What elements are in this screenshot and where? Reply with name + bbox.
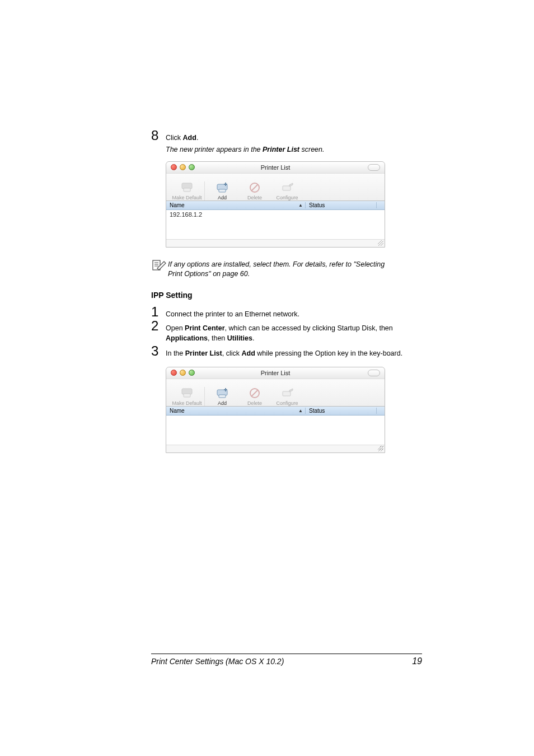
label: Configure bbox=[276, 400, 298, 406]
step-3: 3 In the Printer List, click Add while p… bbox=[151, 344, 422, 359]
window-controls bbox=[171, 370, 195, 376]
footer-title: Print Center Settings (Mac OS X 10.2) bbox=[151, 657, 284, 666]
column-headers: Name ▲ Status bbox=[166, 200, 385, 210]
label: Add bbox=[218, 195, 227, 200]
text-bold: Applications bbox=[166, 334, 208, 342]
note-icon bbox=[151, 259, 168, 272]
text: while pressing the Option key in the key… bbox=[255, 349, 402, 357]
text-bold: Utilities bbox=[227, 334, 252, 342]
step-text: In the Printer List, click Add while pre… bbox=[166, 346, 402, 359]
separator bbox=[204, 181, 205, 200]
label: Configure bbox=[276, 195, 298, 200]
label: Make Default bbox=[172, 400, 202, 406]
zoom-icon[interactable] bbox=[189, 370, 195, 376]
status-column-header[interactable]: Status bbox=[306, 202, 377, 208]
titlebar: Printer List bbox=[166, 367, 385, 379]
list-body[interactable] bbox=[166, 416, 385, 445]
add-button[interactable]: Add bbox=[206, 177, 238, 200]
window-title: Printer List bbox=[166, 164, 385, 171]
titlebar: Printer List bbox=[166, 162, 385, 174]
step-number: 1 bbox=[151, 305, 166, 319]
configure-button: Configure bbox=[271, 177, 303, 200]
window-title: Printer List bbox=[166, 370, 385, 376]
make-default-button: Make Default bbox=[171, 177, 203, 200]
label: Delete bbox=[247, 195, 262, 200]
sort-ascend-icon: ▲ bbox=[298, 203, 303, 208]
configure-button: Configure bbox=[271, 382, 303, 406]
printer-icon bbox=[179, 181, 195, 194]
step-text: Click Add. bbox=[166, 130, 198, 143]
sort-ascend-icon: ▲ bbox=[298, 408, 303, 413]
column-headers: Name ▲ Status bbox=[166, 406, 385, 416]
text: The new printer appears in the bbox=[166, 146, 263, 153]
note-text: If any options are installed, select the… bbox=[168, 259, 385, 279]
separator bbox=[204, 387, 205, 406]
label: Add bbox=[218, 400, 227, 406]
printer-list-window: Printer List Make Default Add Delete Con… bbox=[166, 367, 385, 453]
label: Status bbox=[309, 408, 325, 414]
svg-rect-14 bbox=[184, 394, 190, 397]
text-bold: Printer List bbox=[185, 349, 222, 357]
toolbar: Make Default Add Delete Configure bbox=[166, 379, 385, 406]
step-number: 3 bbox=[151, 344, 166, 358]
name-column-header[interactable]: Name ▲ bbox=[166, 202, 306, 208]
delete-button: Delete bbox=[238, 177, 271, 200]
svg-line-20 bbox=[251, 390, 258, 396]
zoom-icon[interactable] bbox=[189, 164, 195, 170]
resize-handle[interactable] bbox=[166, 445, 385, 452]
minimize-icon[interactable] bbox=[180, 164, 186, 170]
text-bold: Printer List bbox=[263, 146, 299, 153]
delete-button: Delete bbox=[238, 382, 271, 406]
label: Make Default bbox=[172, 195, 202, 200]
text: In the bbox=[166, 349, 185, 357]
printer-add-icon bbox=[214, 387, 230, 399]
name-column-header[interactable]: Name ▲ bbox=[166, 408, 306, 414]
page-footer: Print Center Settings (Mac OS X 10.2) 19 bbox=[151, 654, 422, 666]
resize-handle[interactable] bbox=[166, 240, 385, 247]
text-bold: Add bbox=[241, 349, 255, 357]
text: Print Options" on page 60. bbox=[168, 270, 250, 278]
printer-add-icon bbox=[214, 181, 230, 194]
add-button[interactable]: Add bbox=[206, 382, 238, 406]
printer-icon bbox=[179, 387, 195, 399]
printer-list-window: Printer List Make Default Add Delete Con… bbox=[166, 161, 385, 248]
configure-icon bbox=[279, 387, 295, 399]
step-text: Connect the printer to an Ethernet netwo… bbox=[166, 306, 299, 320]
make-default-button: Make Default bbox=[171, 382, 203, 406]
configure-icon bbox=[279, 181, 295, 194]
label: Delete bbox=[247, 400, 262, 406]
minimize-icon[interactable] bbox=[180, 370, 186, 376]
step-8: 8 Click Add. bbox=[151, 129, 422, 143]
text-bold: Add bbox=[183, 134, 196, 142]
note: If any options are installed, select the… bbox=[151, 259, 422, 279]
toolbar: Make Default Add Delete Configure bbox=[166, 174, 385, 200]
close-icon[interactable] bbox=[171, 164, 177, 170]
svg-rect-1 bbox=[184, 188, 190, 192]
text: Click bbox=[166, 134, 183, 142]
step-text: Open Print Center, which can be accessed… bbox=[166, 320, 422, 343]
page-number: 19 bbox=[412, 656, 422, 666]
svg-rect-3 bbox=[219, 189, 226, 192]
step-1: 1 Connect the printer to an Ethernet net… bbox=[151, 305, 422, 320]
toolbar-toggle-icon[interactable] bbox=[368, 164, 380, 171]
delete-icon bbox=[247, 387, 263, 399]
text: Open bbox=[166, 324, 185, 332]
list-body[interactable]: 192.168.1.2 bbox=[166, 210, 385, 240]
step-number: 2 bbox=[151, 319, 166, 333]
text: If any options are installed, select the… bbox=[168, 260, 385, 268]
label: Name bbox=[170, 202, 185, 208]
toolbar-toggle-icon[interactable] bbox=[368, 370, 380, 376]
text: , then bbox=[208, 334, 227, 342]
close-icon[interactable] bbox=[171, 370, 177, 376]
status-column-header[interactable]: Status bbox=[306, 408, 377, 414]
text: screen. bbox=[299, 146, 324, 153]
page-content: 8 Click Add. The new printer appears in … bbox=[0, 0, 534, 453]
footer-rule bbox=[151, 654, 422, 654]
text-bold: Print Center bbox=[185, 324, 225, 332]
list-item[interactable]: 192.168.1.2 bbox=[170, 211, 381, 218]
svg-line-7 bbox=[251, 184, 258, 191]
text: , click bbox=[222, 349, 242, 357]
footer-line: Print Center Settings (Mac OS X 10.2) 19 bbox=[151, 656, 422, 666]
window-controls bbox=[171, 164, 195, 170]
svg-rect-16 bbox=[219, 395, 226, 398]
